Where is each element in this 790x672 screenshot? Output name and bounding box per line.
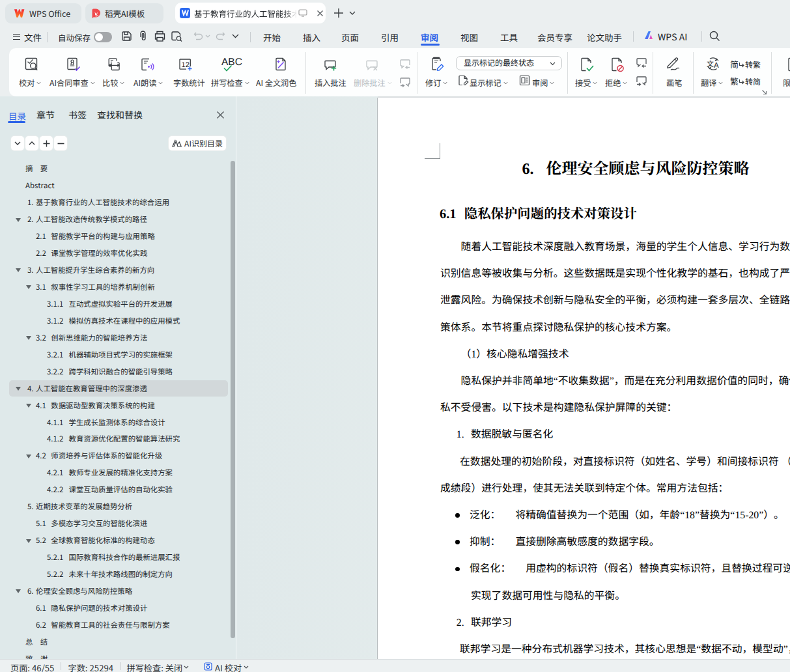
svg-text:ABC: ABC — [221, 57, 242, 68]
svg-text:12: 12 — [182, 61, 190, 69]
svg-text:文: 文 — [707, 59, 714, 69]
svg-text:A: A — [714, 62, 719, 70]
